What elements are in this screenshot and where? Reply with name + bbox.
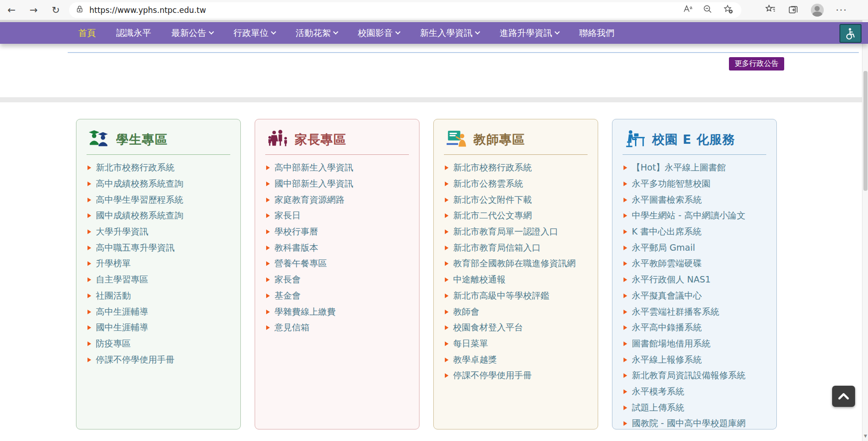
link-item[interactable]: 永平模考系統: [621, 384, 768, 400]
scrollbar[interactable]: ▲ ▼: [862, 20, 868, 441]
nav-item-admission[interactable]: 新生入學資訊: [410, 22, 489, 44]
link-item[interactable]: 新北市二代公文專網: [442, 208, 589, 224]
link-item[interactable]: 永平行政個人 NAS1: [621, 272, 768, 288]
favorites-icon[interactable]: [765, 4, 776, 17]
link-item[interactable]: 防疫專區: [85, 336, 232, 352]
zoom-out-icon[interactable]: [703, 4, 713, 16]
triangle-bullet-icon: [87, 213, 91, 218]
link-item[interactable]: 大學升學資訊: [85, 224, 232, 240]
link-item[interactable]: 高中部新生入學資訊: [263, 160, 411, 176]
url-text[interactable]: https://www.yphs.ntpc.edu.tw: [89, 6, 682, 15]
nav-item-activities[interactable]: 活動花絮: [285, 22, 348, 44]
scroll-to-top-button[interactable]: [832, 386, 855, 407]
read-aloud-icon[interactable]: [682, 4, 693, 16]
link-item[interactable]: 新北市高級中等學校評鑑: [442, 288, 589, 304]
link-item[interactable]: 永平線上報修系統: [621, 352, 768, 368]
link-item[interactable]: 升學榜單: [85, 256, 232, 272]
link-item[interactable]: 高中職五專升學資訊: [85, 240, 232, 256]
link-item[interactable]: 高中學生學習歷程系統: [85, 192, 232, 208]
link-label: 高中學生學習歷程系統: [96, 194, 183, 206]
triangle-bullet-icon: [266, 310, 270, 314]
link-item[interactable]: 教學卓越獎: [442, 352, 589, 368]
link-item[interactable]: 基金會: [263, 288, 411, 304]
nav-item-about[interactable]: 認識永平: [106, 22, 161, 44]
scrollbar-down-icon[interactable]: ▼: [863, 434, 868, 438]
link-item[interactable]: 永平高中錄播系統: [621, 320, 768, 336]
refresh-icon[interactable]: ↻: [49, 3, 63, 17]
triangle-bullet-icon: [445, 182, 449, 186]
address-bar[interactable]: https://www.yphs.ntpc.edu.tw: [69, 2, 741, 18]
link-item[interactable]: 新北市教育局單一認證入口: [442, 224, 589, 240]
link-item[interactable]: 圖書館場地借用系統: [621, 336, 768, 352]
link-item[interactable]: 自主學習專區: [85, 272, 232, 288]
nav-item-news[interactable]: 最新公告: [161, 22, 223, 44]
collections-icon[interactable]: [788, 4, 799, 17]
triangle-bullet-icon: [623, 182, 627, 186]
link-item[interactable]: 每日菜單: [442, 336, 589, 352]
nav-item-pathways[interactable]: 進路升學資訊: [489, 22, 569, 44]
link-item[interactable]: 校園食材登入平台: [442, 320, 589, 336]
profile-avatar[interactable]: [811, 4, 824, 17]
triangle-bullet-icon: [266, 198, 270, 202]
link-label: 永平雲端社群播客系統: [632, 306, 719, 318]
link-item[interactable]: 新北市校務行政系統: [85, 160, 232, 176]
link-item[interactable]: 國中生涯輔導: [85, 320, 232, 336]
link-item[interactable]: 永平圖書檢索系統: [621, 192, 768, 208]
link-item[interactable]: 【Hot】永平線上圖書館: [621, 160, 768, 176]
nav-item-home[interactable]: 首頁: [68, 22, 106, 44]
link-item[interactable]: 社團活動: [85, 288, 232, 304]
link-label: 營養午餐專區: [274, 258, 327, 270]
link-item[interactable]: 永平多功能智慧校園: [621, 176, 768, 192]
link-item[interactable]: 意見信箱: [263, 320, 411, 336]
link-label: 教育部全國教師在職進修資訊網: [453, 258, 576, 270]
link-item[interactable]: 永平郵局 Gmail: [621, 240, 768, 256]
link-item[interactable]: 停課不停學使用手冊: [442, 368, 589, 384]
link-item[interactable]: 新北市教育局信箱入口: [442, 240, 589, 256]
nav-item-contact[interactable]: 聯絡我們: [569, 22, 624, 44]
link-item[interactable]: 高中成績校務系統查詢: [85, 176, 232, 192]
link-item[interactable]: 永平教師雲端硬碟: [621, 256, 768, 272]
triangle-bullet-icon: [266, 213, 270, 218]
link-item[interactable]: 家長日: [263, 208, 411, 224]
link-label: 永平行政個人 NAS1: [632, 274, 711, 286]
link-item[interactable]: 學雜費線上繳費: [263, 304, 411, 320]
link-item[interactable]: 學校行事曆: [263, 224, 411, 240]
link-item[interactable]: 家庭教育資源網路: [263, 192, 411, 208]
link-item[interactable]: 停課不停學使用手冊: [85, 352, 232, 368]
link-item[interactable]: 中學生網站 - 高中網讀小論文: [621, 208, 768, 224]
link-item[interactable]: 教師會: [442, 304, 589, 320]
nav-item-videos[interactable]: 校園影音: [348, 22, 410, 44]
link-item[interactable]: 國教院 - 國中高中學校題庫網: [621, 416, 768, 432]
more-announcements-button[interactable]: 更多行政公告: [729, 57, 784, 71]
link-item[interactable]: 新北教育局資訊設備報修系統: [621, 368, 768, 384]
link-item[interactable]: 營養午餐專區: [263, 256, 411, 272]
link-item[interactable]: 國中成績校務系統查詢: [85, 208, 232, 224]
link-label: 中途離校通報: [453, 274, 506, 286]
link-item[interactable]: 國中部新生入學資訊: [263, 176, 411, 192]
lock-icon[interactable]: [76, 5, 84, 15]
link-item[interactable]: 教育部全國教師在職進修資訊網: [442, 256, 589, 272]
back-icon[interactable]: ←: [5, 3, 18, 17]
link-item[interactable]: 中途離校通報: [442, 272, 589, 288]
scrollbar-thumb[interactable]: [863, 71, 868, 191]
link-item[interactable]: 家長會: [263, 272, 411, 288]
link-item[interactable]: 新北市公文附件下載: [442, 192, 589, 208]
link-label: 圖書館場地借用系統: [632, 338, 711, 350]
add-favorite-star-icon[interactable]: [723, 4, 733, 16]
triangle-bullet-icon: [623, 310, 627, 314]
more-options-icon[interactable]: ···: [836, 5, 847, 16]
link-item[interactable]: 高中生涯輔導: [85, 304, 232, 320]
link-item[interactable]: 新北市公務雲系統: [442, 176, 589, 192]
forward-icon[interactable]: →: [27, 3, 41, 17]
triangle-bullet-icon: [623, 213, 627, 218]
link-item[interactable]: 新北市校務行政系統: [442, 160, 589, 176]
link-item[interactable]: 永平擬真會議中心: [621, 288, 768, 304]
nav-item-departments[interactable]: 行政單位: [223, 22, 285, 44]
link-item[interactable]: K 書中心出席系統: [621, 224, 768, 240]
accessibility-icon[interactable]: [839, 24, 862, 43]
link-item[interactable]: 教科書版本: [263, 240, 411, 256]
link-item[interactable]: 永平雲端社群播客系統: [621, 304, 768, 320]
triangle-bullet-icon: [445, 358, 449, 362]
link-label: 【Hot】永平線上圖書館: [632, 162, 726, 174]
link-item[interactable]: 試題上傳系統: [621, 400, 768, 416]
